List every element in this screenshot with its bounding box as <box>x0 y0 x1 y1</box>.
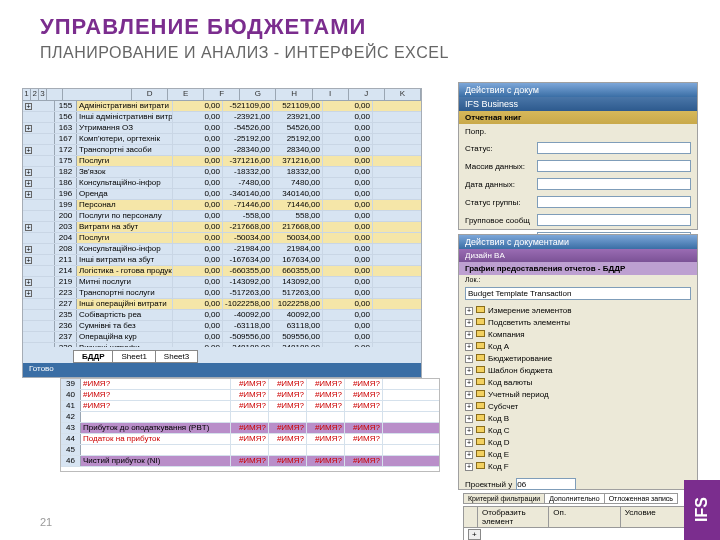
cell[interactable]: 371216,00 <box>273 156 323 166</box>
row-number[interactable]: 186 <box>55 178 77 188</box>
table-row[interactable]: +211Інші витрати на збут0,00-167634,0016… <box>23 255 421 266</box>
cell[interactable]: 0,00 <box>323 222 373 232</box>
table-row[interactable]: 199Персонал0,00-71446,0071446,000,00 <box>23 200 421 211</box>
outline-gutter[interactable]: + <box>23 167 55 177</box>
cell[interactable]: 1022258,00 <box>273 299 323 309</box>
cell[interactable]: -54526,00 <box>223 123 273 133</box>
row-number[interactable]: 182 <box>55 167 77 177</box>
cell[interactable]: -23921,00 <box>223 112 273 122</box>
cell[interactable]: 28340,00 <box>273 145 323 155</box>
col-header[interactable] <box>47 89 63 100</box>
row-number[interactable]: 214 <box>55 266 77 276</box>
row-number[interactable]: 41 <box>61 401 81 411</box>
sheet-tab[interactable]: Sheet1 <box>112 350 155 363</box>
cell[interactable]: #ИМЯ? <box>307 390 345 400</box>
row-number[interactable]: 39 <box>61 379 81 389</box>
cell[interactable]: 54526,00 <box>273 123 323 133</box>
table-row[interactable]: 43Прибуток до оподаткування (PBT)#ИМЯ?#И… <box>61 423 439 434</box>
cell[interactable]: -517263,00 <box>223 288 273 298</box>
col-header[interactable]: I <box>313 89 349 100</box>
expand-icon[interactable]: + <box>25 169 32 176</box>
row-number[interactable]: 235 <box>55 310 77 320</box>
cell[interactable] <box>345 445 383 455</box>
outline-gutter[interactable]: + <box>23 244 55 254</box>
sheet-tab[interactable]: Sheet3 <box>155 350 198 363</box>
cell[interactable]: -660355,00 <box>223 266 273 276</box>
table-row[interactable]: 237Операційна кур0,00-509556,00509556,00… <box>23 332 421 343</box>
cell[interactable]: 0,00 <box>323 211 373 221</box>
table-row[interactable]: 175Послуги0,00-371216,00371216,000,00 <box>23 156 421 167</box>
cell[interactable]: 0,00 <box>323 310 373 320</box>
cell[interactable]: 0,00 <box>323 123 373 133</box>
sheet-tabs[interactable]: БДДРSheet1Sheet3 <box>73 350 197 363</box>
expand-icon[interactable]: + <box>25 290 32 297</box>
field-input[interactable] <box>537 178 691 190</box>
cell[interactable]: 0,00 <box>323 332 373 342</box>
table-row[interactable]: 204Послуги0,00-50034,0050034,000,00 <box>23 233 421 244</box>
cell[interactable]: 217668,00 <box>273 222 323 232</box>
expand-icon[interactable]: + <box>465 415 473 423</box>
tree-item[interactable]: +Шаблон бюджета <box>465 365 691 377</box>
expand-icon[interactable]: + <box>25 180 32 187</box>
outline-gutter[interactable] <box>23 266 55 276</box>
expand-icon[interactable]: + <box>465 319 473 327</box>
outline-gutter[interactable] <box>23 310 55 320</box>
cell[interactable]: 0,00 <box>323 321 373 331</box>
col-header[interactable] <box>63 89 132 100</box>
expand-icon[interactable]: + <box>465 379 473 387</box>
cell[interactable]: 0,00 <box>173 123 223 133</box>
row-number[interactable]: 163 <box>55 123 77 133</box>
add-row-button[interactable]: + <box>468 529 481 540</box>
cell[interactable]: 0,00 <box>173 211 223 221</box>
cell[interactable]: 0,00 <box>323 178 373 188</box>
cell[interactable]: #ИМЯ? <box>345 379 383 389</box>
cell[interactable]: 0,00 <box>173 244 223 254</box>
cell[interactable]: 40092,00 <box>273 310 323 320</box>
filter-tab[interactable]: Критерий фильтрации <box>463 493 545 504</box>
cell[interactable]: 0,00 <box>323 288 373 298</box>
col-header[interactable]: 3 <box>39 89 46 100</box>
outline-gutter[interactable] <box>23 321 55 331</box>
col-header[interactable]: 2 <box>31 89 39 100</box>
cell[interactable]: #ИМЯ? <box>231 379 269 389</box>
field-input[interactable] <box>537 142 691 154</box>
expand-icon[interactable]: + <box>25 279 32 286</box>
cell[interactable]: 0,00 <box>323 145 373 155</box>
row-number[interactable]: 227 <box>55 299 77 309</box>
cell[interactable] <box>269 412 307 422</box>
cell[interactable]: 143092,00 <box>273 277 323 287</box>
table-row[interactable]: 40#ИМЯ?#ИМЯ?#ИМЯ?#ИМЯ?#ИМЯ? <box>61 390 439 401</box>
cell[interactable]: #ИМЯ? <box>345 401 383 411</box>
cell[interactable]: 0,00 <box>173 222 223 232</box>
cell[interactable]: -558,00 <box>223 211 273 221</box>
cell[interactable]: 0,00 <box>323 167 373 177</box>
tree-item[interactable]: +Бюджетирование <box>465 353 691 365</box>
table-row[interactable]: 156Інші адміністративні витра0,00-23921,… <box>23 112 421 123</box>
cell[interactable]: #ИМЯ? <box>269 423 307 433</box>
col-header[interactable]: 1 <box>23 89 31 100</box>
row-number[interactable]: 204 <box>55 233 77 243</box>
expand-icon[interactable]: + <box>465 403 473 411</box>
row-number[interactable]: 236 <box>55 321 77 331</box>
cell[interactable]: #ИМЯ? <box>307 401 345 411</box>
tree-item[interactable]: +Код D <box>465 437 691 449</box>
expand-icon[interactable]: + <box>25 125 32 132</box>
cell[interactable] <box>269 445 307 455</box>
row-number[interactable]: 196 <box>55 189 77 199</box>
cell[interactable]: -521109,00 <box>223 101 273 111</box>
cell[interactable]: #ИМЯ? <box>307 423 345 433</box>
tree-item[interactable]: +Код валюты <box>465 377 691 389</box>
cell[interactable]: #ИМЯ? <box>307 434 345 444</box>
table-row[interactable]: +203Витрати на збут0,00-217668,00217668,… <box>23 222 421 233</box>
template-combo[interactable] <box>465 287 691 300</box>
cell[interactable]: 0,00 <box>173 189 223 199</box>
cell[interactable]: 25192,00 <box>273 134 323 144</box>
expand-icon[interactable]: + <box>465 463 473 471</box>
tree-item[interactable]: +Код F <box>465 461 691 473</box>
field-input[interactable] <box>537 214 691 226</box>
table-row[interactable]: +163Утримання ОЗ0,00-54526,0054526,000,0… <box>23 123 421 134</box>
cell[interactable]: #ИМЯ? <box>269 456 307 466</box>
table-row[interactable]: +155Адміністративні витрати0,00-521109,0… <box>23 101 421 112</box>
cell[interactable]: 0,00 <box>323 134 373 144</box>
row-number[interactable]: 203 <box>55 222 77 232</box>
